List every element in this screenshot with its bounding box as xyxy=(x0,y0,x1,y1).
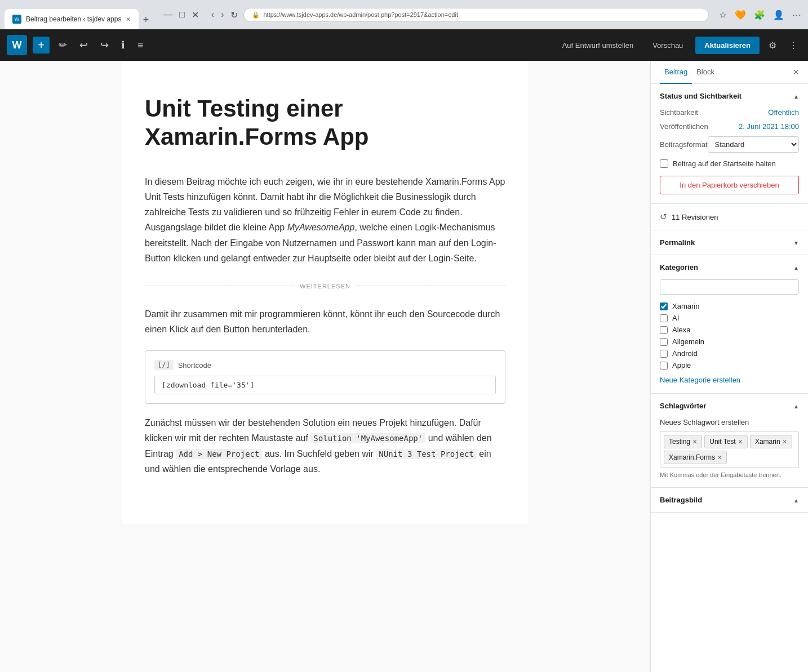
tag-label-xamarin: Xamarin xyxy=(755,438,780,446)
wp-admin-bar: W + ✏ ↩ ↪ ℹ ≡ Auf Entwurf umstellen Vors… xyxy=(0,29,808,61)
tag-chip-testing: Testing × xyxy=(664,435,702,448)
undo-button[interactable]: ↩ xyxy=(76,35,91,55)
publish-label: Veröffentlichen xyxy=(660,122,708,131)
sidebar-tabs: Beitrag Block × xyxy=(651,61,808,84)
format-row: Beitragsformat Standard xyxy=(660,136,799,153)
settings-button[interactable]: ⚙ xyxy=(765,37,780,54)
status-section-header[interactable]: Status und Sichtbarkeit xyxy=(651,84,808,108)
lock-icon: 🔒 xyxy=(252,11,260,19)
tag-remove-testing[interactable]: × xyxy=(692,437,697,446)
visibility-value[interactable]: Öffentlich xyxy=(768,108,799,117)
category-item-android: Android xyxy=(660,348,799,359)
emoji-button[interactable]: 🧡 xyxy=(732,7,748,23)
url-text: https://www.tsjdev-apps.de/wp-admin/post… xyxy=(263,11,458,18)
permalink-section[interactable]: Permalink xyxy=(651,230,808,255)
extensions-button[interactable]: 🧩 xyxy=(752,7,767,23)
tag-remove-unit-test[interactable]: × xyxy=(738,437,743,446)
status-section-title: Status und Sichtbarkeit xyxy=(660,92,742,100)
code-3: NUnit 3 Test Project xyxy=(376,449,477,459)
new-category-link[interactable]: Neue Kategorie erstellen xyxy=(660,376,799,384)
add-block-button[interactable]: + xyxy=(33,37,50,54)
paragraph-2-text: Damit ihr zusammen mit mir programmieren… xyxy=(145,309,500,334)
tag-remove-xamarin-forms[interactable]: × xyxy=(717,453,722,462)
visibility-label: Sichtbarkeit xyxy=(660,108,698,117)
browser-tab-active[interactable]: W Beitrag bearbeiten ‹ tsjdev apps × xyxy=(5,9,139,29)
categories-section-header[interactable]: Kategorien xyxy=(651,255,808,279)
category-search-input[interactable] xyxy=(660,279,799,295)
shortcode-icon: [/] xyxy=(154,360,174,370)
profile-button[interactable]: 👤 xyxy=(771,7,787,23)
tab-post[interactable]: Beitrag xyxy=(660,61,692,84)
address-bar[interactable]: 🔒 https://www.tsjdev-apps.de/wp-admin/po… xyxy=(243,8,709,22)
forward-button[interactable]: › xyxy=(219,7,226,22)
featured-image-header[interactable]: Beitragsbild xyxy=(651,488,808,512)
category-item-ai: AI xyxy=(660,312,799,324)
revisions-row[interactable]: ↺ 11 Revisionen xyxy=(651,204,808,230)
category-label-xamarin: Xamarin xyxy=(672,302,699,310)
tags-section-header[interactable]: Schlagwörter xyxy=(651,394,808,418)
read-more-divider: WEITERLESEN xyxy=(145,283,505,290)
redo-button[interactable]: ↪ xyxy=(97,35,112,55)
publish-value[interactable]: 2. Juni 2021 18:00 xyxy=(739,122,799,131)
star-button[interactable]: ☆ xyxy=(717,7,729,23)
browser-controls: — □ ✕ xyxy=(161,7,201,23)
more-options-button[interactable]: ⋮ xyxy=(785,37,801,54)
more-browser-button[interactable]: ⋯ xyxy=(790,7,803,23)
tab-close-button[interactable]: × xyxy=(126,15,130,24)
new-tab-button[interactable]: + xyxy=(139,12,154,28)
category-label-android: Android xyxy=(672,349,698,358)
sticky-checkbox[interactable] xyxy=(660,159,668,168)
update-button[interactable]: Aktualisieren xyxy=(695,37,760,54)
tag-chip-unit-test: Unit Test × xyxy=(704,435,748,448)
tab-label: Beitrag bearbeiten ‹ tsjdev apps xyxy=(26,15,121,23)
tab-block[interactable]: Block xyxy=(692,61,719,84)
paragraph-3-part3: aus. Im Suchfeld geben wir xyxy=(262,449,376,459)
sidebar: Beitrag Block × Status und Sichtbarkeit … xyxy=(650,61,808,672)
shortcode-header: [/] Shortcode xyxy=(154,360,496,370)
shortcode-input[interactable] xyxy=(154,376,496,394)
info-button[interactable]: ℹ xyxy=(118,35,128,55)
featured-image-section: Beitragsbild xyxy=(651,488,808,513)
maximize-button[interactable]: □ xyxy=(177,7,187,22)
categories-list-wrapper: Xamarin AI Alexa xyxy=(660,300,799,371)
category-item-allgemein: Allgemein xyxy=(660,336,799,348)
draft-button[interactable]: Auf Entwurf umstellen xyxy=(556,38,640,53)
tag-chip-xamarin-forms: Xamarin.Forms × xyxy=(664,451,727,464)
trash-button[interactable]: In den Papierkorb verschieben xyxy=(660,176,799,194)
featured-image-chevron-icon xyxy=(793,496,799,504)
category-checkbox-xamarin[interactable] xyxy=(660,302,668,310)
category-checkbox-allgemein[interactable] xyxy=(660,338,668,346)
category-checkbox-android[interactable] xyxy=(660,350,668,358)
category-checkbox-ai[interactable] xyxy=(660,314,668,322)
featured-image-title: Beitragsbild xyxy=(660,496,702,504)
tags-section-body: Neues Schlagwort erstellen Testing × Uni… xyxy=(651,418,808,487)
tags-chevron-icon xyxy=(793,402,799,410)
back-button[interactable]: ‹ xyxy=(209,7,216,22)
post-title[interactable]: Unit Testing einer Xamarin.Forms App xyxy=(145,95,505,152)
minimize-button[interactable]: — xyxy=(161,7,175,22)
main-layout: Unit Testing einer Xamarin.Forms App In … xyxy=(0,61,808,672)
category-label-alexa: Alexa xyxy=(672,326,691,334)
preview-button[interactable]: Vorschau xyxy=(646,38,690,53)
category-checkbox-alexa[interactable] xyxy=(660,326,668,334)
tags-title: Schlagwörter xyxy=(660,402,706,410)
edit-button[interactable]: ✏ xyxy=(55,35,70,55)
tag-remove-xamarin[interactable]: × xyxy=(783,437,787,446)
reload-button[interactable]: ↻ xyxy=(228,7,240,23)
category-item-xamarin: Xamarin xyxy=(660,300,799,312)
category-label-ai: AI xyxy=(672,314,679,322)
category-checkbox-apple[interactable] xyxy=(660,362,668,370)
tags-container[interactable]: Testing × Unit Test × Xamarin × Xamari xyxy=(660,431,799,468)
revisions-icon: ↺ xyxy=(660,212,667,222)
permalink-title: Permalink xyxy=(660,238,695,247)
tags-hint: Mit Kommas oder der Eingabetaste trennen… xyxy=(660,471,799,478)
categories-chevron-icon xyxy=(793,263,799,272)
read-more-label: WEITERLESEN xyxy=(300,283,350,290)
visibility-row: Sichtbarkeit Öffentlich xyxy=(660,108,799,117)
sidebar-close-button[interactable]: × xyxy=(793,61,799,83)
format-select[interactable]: Standard xyxy=(708,136,799,153)
close-window-button[interactable]: ✕ xyxy=(189,7,201,23)
menu-button[interactable]: ≡ xyxy=(134,36,147,55)
shortcode-block[interactable]: [/] Shortcode xyxy=(145,350,505,404)
status-chevron-icon xyxy=(793,92,799,100)
